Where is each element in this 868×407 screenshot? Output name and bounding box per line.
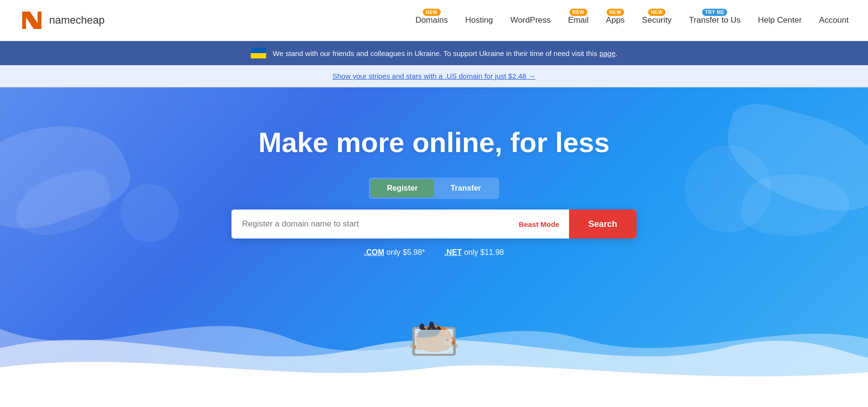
nav-item-security[interactable]: NEW Security [642,15,671,25]
register-tab[interactable]: Register [370,179,434,197]
nav-label-security: Security [642,15,671,25]
nav-item-account[interactable]: Account [819,15,849,25]
search-tab-row: Register Transfer [369,178,499,199]
net-extension: .NET [444,248,461,256]
nav-item-apps[interactable]: NEW Apps [606,15,625,25]
circle-bg2-decoration [121,184,178,242]
mascot-area [395,303,473,367]
hero-section: Make more online, for less Register Tran… [0,87,868,396]
net-price-link[interactable]: .NET only $11.98 [444,248,504,257]
nav-label-domains: Domains [416,15,448,25]
nav-item-help[interactable]: Help Center [758,15,802,25]
logo-link[interactable]: namecheap [19,8,105,33]
apps-badge: NEW [607,9,624,16]
nav-item-hosting[interactable]: Hosting [465,15,493,25]
hero-content: Make more online, for less Register Tran… [231,87,637,257]
com-price: only $5.98* [386,248,425,256]
com-extension: .COM [364,248,384,256]
logo-text: namecheap [49,14,105,27]
nav-label-email: Email [568,15,589,25]
promo-banner: Show your stripes and stars with a .US d… [0,65,868,87]
com-price-link[interactable]: .COM only $5.98* [364,248,425,257]
nav-item-domains[interactable]: NEW Domains [416,15,448,25]
beast-mode-button[interactable]: Beast Mode [509,210,569,239]
transfer-tab[interactable]: Transfer [434,179,497,197]
price-links-row: .COM only $5.98* .NET only $11.98 [364,248,504,257]
nav-item-transfer[interactable]: TRY ME Transfer to Us [689,15,741,25]
svg-point-9 [420,323,424,330]
domain-search-bar: Beast Mode Search [231,210,637,239]
nav-label-wordpress: WordPress [510,15,551,25]
net-price: only $11.98 [464,248,504,256]
nav-label-apps: Apps [606,15,625,25]
ukraine-text: We stand with our friends and colleagues… [273,49,618,57]
svg-rect-13 [416,330,452,353]
circle-bg1-decoration [685,145,772,232]
security-badge: NEW [648,9,666,16]
nav-label-account: Account [819,15,849,25]
nav-label-hosting: Hosting [465,15,493,25]
email-badge: NEW [570,9,587,16]
namecheap-logo-icon [19,8,44,33]
hedgehog-mascot-icon [395,303,473,365]
svg-point-10 [429,322,434,328]
nav-item-email[interactable]: NEW Email [568,15,589,25]
nav-label-transfer: Transfer to Us [689,15,741,25]
ukraine-flag-icon [251,48,266,58]
ukraine-page-link[interactable]: page [599,49,615,57]
nav-item-wordpress[interactable]: WordPress [510,15,551,25]
domain-search-input[interactable] [231,210,509,239]
domains-badge: NEW [423,9,441,16]
nav-label-help: Help Center [758,15,802,25]
search-button[interactable]: Search [569,210,637,239]
hero-title: Make more online, for less [258,126,610,158]
main-nav: NEW Domains Hosting WordPress NEW Email … [416,15,849,25]
promo-link[interactable]: Show your stripes and stars with a .US d… [332,72,535,80]
header: namecheap NEW Domains Hosting WordPress … [0,0,868,41]
transfer-badge: TRY ME [702,9,727,16]
ukraine-banner: We stand with our friends and colleagues… [0,41,868,65]
